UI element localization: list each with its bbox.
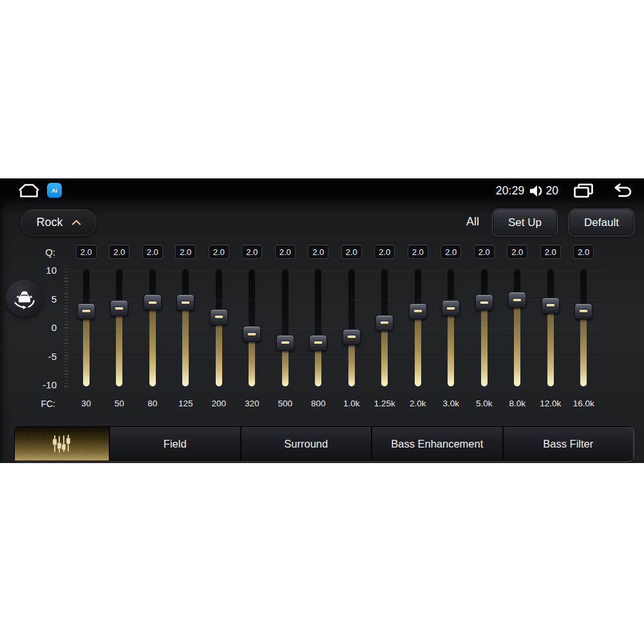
q-values-row: 2.02.02.02.02.02.02.02.02.02.02.02.02.02… (70, 245, 600, 259)
slider-knob[interactable] (243, 326, 261, 342)
q-value-box: 2.0 (440, 245, 461, 259)
slider-knob[interactable] (210, 309, 228, 325)
slider-knob[interactable] (77, 303, 95, 319)
slider-knob-dash (314, 341, 323, 344)
recent-apps-button[interactable] (574, 184, 593, 198)
slider-track-lower[interactable] (481, 301, 488, 386)
slider-knob[interactable] (442, 300, 460, 316)
setup-button[interactable]: Set Up (493, 209, 557, 236)
fc-frequency-label: 320 (236, 398, 269, 410)
fc-frequency-label: 1.0k (335, 398, 368, 410)
slider-knob[interactable] (176, 294, 194, 310)
slider-track-lower[interactable] (580, 309, 587, 386)
equalizer-sliders-icon (47, 434, 77, 453)
q-value-box: 2.0 (209, 245, 229, 259)
all-label[interactable]: All (459, 209, 487, 234)
q-value-box: 2.0 (341, 245, 362, 259)
tab-field[interactable]: Field (109, 427, 240, 460)
slider-knob-dash (546, 304, 554, 307)
q-cell: 2.0 (567, 245, 601, 259)
fc-frequency-label: 16.0k (567, 398, 601, 410)
slider-track-lower[interactable] (116, 307, 122, 386)
slider-knob-dash (82, 310, 90, 312)
slider-knob-dash (447, 307, 455, 310)
tab-bass-filter[interactable]: Bass Filter (502, 427, 634, 460)
q-value-box: 2.0 (109, 245, 129, 259)
slider-knob-dash (182, 301, 190, 304)
gain-gridline (62, 299, 607, 300)
recent-apps-icon (574, 184, 593, 198)
fc-labels-row: 3050801252003205008001.0k1.25k2.0k3.0k5.… (70, 398, 600, 410)
slider-knob[interactable] (542, 298, 560, 314)
tab-bass-enhancement[interactable]: Bass Enhancement (371, 427, 502, 460)
slider-track-upper[interactable] (315, 269, 321, 345)
q-cell: 2.0 (302, 245, 336, 259)
fc-frequency-label: 12.0k (534, 398, 567, 410)
gain-gridline (62, 270, 607, 271)
slider-knob[interactable] (409, 303, 427, 319)
q-value-box: 2.0 (408, 245, 428, 259)
default-button[interactable]: Default (569, 209, 634, 236)
fc-frequency-label: 125 (169, 398, 203, 410)
slider-knob-dash (248, 333, 256, 336)
slider-track-lower[interactable] (182, 301, 189, 386)
q-cell: 2.0 (401, 245, 435, 259)
slider-knob[interactable] (276, 335, 294, 351)
fc-frequency-label: 200 (202, 398, 236, 410)
slider-track-lower[interactable] (448, 307, 454, 386)
equalizer-app-screen: Ai 20:29 20 (0, 178, 644, 463)
tab-surround[interactable]: Surround (240, 427, 372, 460)
gain-axis-tick-label: 10 (5, 264, 57, 277)
slider-knob[interactable] (343, 329, 361, 345)
slider-knob-dash (480, 301, 488, 304)
slider-track-lower[interactable] (216, 315, 222, 386)
gain-gridline (62, 357, 607, 357)
q-cell: 2.0 (169, 245, 203, 259)
q-cell: 2.0 (468, 245, 501, 259)
q-value-box: 2.0 (142, 245, 163, 259)
speaker-icon (529, 184, 544, 198)
back-button[interactable] (611, 183, 632, 198)
q-cell: 2.0 (501, 245, 535, 259)
q-cell: 2.0 (202, 245, 236, 259)
fc-frequency-label: 2.0k (401, 398, 435, 410)
slider-knob[interactable] (144, 294, 162, 310)
car-surround-icon (12, 286, 37, 312)
screenshot-root: Ai 20:29 20 (0, 0, 644, 644)
q-value-box: 2.0 (540, 245, 561, 259)
gain-axis-tick-label: -10 (5, 379, 57, 392)
tab-equalizer[interactable] (15, 427, 109, 460)
slider-knob-dash (381, 321, 389, 324)
q-cell: 2.0 (269, 245, 302, 259)
q-value-box: 2.0 (76, 245, 97, 259)
fc-frequency-label: 8.0k (501, 398, 535, 410)
slider-knob[interactable] (309, 335, 327, 351)
fc-frequency-label: 80 (136, 398, 169, 410)
gain-gridline (62, 328, 607, 328)
slider-track-lower[interactable] (547, 303, 554, 386)
slider-knob[interactable] (574, 303, 592, 319)
gain-axis-tick-label: 0 (5, 321, 57, 334)
tab-label: Field (164, 438, 187, 450)
sound-field-car-button[interactable] (6, 280, 43, 317)
slider-track-lower[interactable] (415, 309, 421, 386)
slider-track-lower[interactable] (149, 301, 156, 386)
slider-track-lower[interactable] (514, 298, 520, 387)
fc-frequency-label: 50 (103, 398, 137, 410)
q-cell: 2.0 (136, 245, 169, 259)
gain-axis: 1050-5-10 (0, 178, 59, 463)
slider-track-upper[interactable] (282, 269, 289, 345)
q-cell: 2.0 (70, 245, 103, 259)
bottom-tab-bar: FieldSurroundBass EnhancementBass Filter (13, 425, 635, 462)
q-cell: 2.0 (335, 245, 368, 259)
slider-knob[interactable] (110, 300, 128, 316)
tab-label: Bass Filter (543, 438, 593, 450)
q-value-box: 2.0 (507, 245, 527, 259)
slider-knob[interactable] (475, 294, 493, 310)
slider-knob-dash (281, 341, 289, 344)
q-cell: 2.0 (368, 245, 402, 259)
slider-knob[interactable] (508, 292, 526, 308)
slider-track-lower[interactable] (83, 309, 90, 386)
q-cell: 2.0 (103, 245, 137, 259)
q-value-box: 2.0 (573, 245, 594, 259)
